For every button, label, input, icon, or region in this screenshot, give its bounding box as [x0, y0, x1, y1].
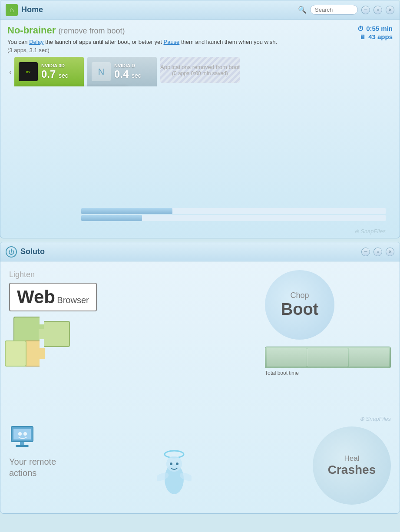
app-card-2-info: NVIDIA D 0.4 sec — [114, 63, 152, 80]
app-2-icon: N — [92, 62, 111, 81]
home-icon: ⌂ — [6, 4, 18, 16]
progress-bar-2 — [81, 215, 386, 221]
app-2-time: 0.4 sec — [114, 68, 152, 80]
snapfiles-logo-1: ⊕ SnapFiles — [354, 228, 386, 235]
heal-label: Heal — [344, 454, 360, 463]
browser-text: Browser — [57, 295, 89, 305]
boot-segment-1 — [267, 348, 307, 367]
home-panel: ⌂ Home 🔍 ─ ○ ✕ ⏱ 0:55 min 🖥 43 apps No-b… — [0, 0, 400, 238]
home-title: Home — [21, 5, 43, 14]
soluto-minimize-button[interactable]: ─ — [361, 248, 370, 256]
remote-section: Your remote actions — [9, 422, 56, 479]
heal-section: Heal Crashes — [313, 426, 391, 505]
app-2-name: NVIDIA D — [114, 63, 152, 68]
app-card-2-header: N NVIDIA D 0.4 sec — [87, 57, 157, 86]
soluto-restore-button[interactable]: ○ — [374, 248, 382, 256]
puzzle-piece-4 — [5, 340, 26, 367]
svg-point-8 — [23, 432, 27, 436]
svg-rect-6 — [16, 445, 29, 447]
web-browser-box: Web Browser — [9, 283, 97, 311]
soluto-titlebar: ⏻ Soluto ─ ○ ✕ — [0, 242, 400, 261]
app-card-1-header: nV NVIDIA 3D 0.7 sec — [14, 57, 84, 86]
removed-sub: (0 apps 0:00 min saved) — [172, 70, 228, 76]
soluto-icon: ⏻ — [6, 246, 17, 258]
boot-bar-label: Total boot time — [265, 370, 391, 376]
lighten-label: Lighten — [9, 270, 97, 279]
soluto-content: Lighten Web Browser Chop Boot — [0, 261, 400, 513]
stats-text: (3 apps, 3.1 sec) — [7, 47, 393, 53]
svg-rect-4 — [13, 429, 31, 439]
nvidia-icon: nV — [19, 62, 38, 81]
boot-segment-3 — [349, 348, 389, 367]
soluto-panel: ⏻ Soluto ─ ○ ✕ Lighten Web Browser — [0, 242, 400, 514]
titlebar-right: 🔍 ─ ○ ✕ — [298, 5, 394, 15]
angel-figure — [157, 446, 192, 500]
home-titlebar: ⌂ Home 🔍 ─ ○ ✕ — [0, 0, 400, 20]
nobrainer-main: No-brainer — [7, 25, 56, 36]
chop-section: Chop Boot Total boot time — [265, 270, 391, 376]
boot-text: Boot — [281, 300, 319, 319]
soluto-titlebar-left: ⏻ Soluto — [6, 246, 45, 258]
snapfiles-watermark-2: ⊕ SnapFiles — [360, 416, 391, 422]
svg-point-7 — [18, 432, 22, 436]
boot-bar-container: Total boot time — [265, 347, 391, 376]
clock-icon: ⏱ — [357, 25, 364, 32]
snapfiles-watermark-1: ⊕ SnapFiles — [7, 225, 393, 238]
puzzle-area — [9, 317, 87, 373]
apps-icon: 🖥 — [360, 33, 366, 40]
timer-display: ⏱ 0:55 min — [357, 25, 393, 32]
removed-area: Applications removed from boot (0 apps 0… — [160, 57, 240, 83]
nobrainer-heading: No-brainer (remove from boot) — [7, 25, 393, 36]
restore-button[interactable]: ○ — [374, 6, 382, 14]
lighten-section: Lighten Web Browser — [9, 270, 97, 373]
crashes-text: Crashes — [328, 463, 376, 477]
description-text: You can Delay the launch of apps until a… — [7, 39, 393, 45]
removed-label: Applications removed from boot — [160, 64, 240, 70]
close-button[interactable]: ✕ — [386, 6, 394, 14]
timer-value: 0:55 min — [366, 25, 393, 32]
minimize-button[interactable]: ─ — [361, 6, 370, 14]
angel-svg — [157, 446, 192, 499]
boot-segment-2 — [307, 348, 348, 367]
svg-point-13 — [176, 463, 179, 465]
search-icon: 🔍 — [298, 6, 307, 14]
pause-link[interactable]: Pause — [163, 39, 179, 45]
app-1-name: NVIDIA 3D — [41, 63, 79, 68]
nobrainer-subtitle: (remove from boot) — [58, 26, 125, 35]
remote-label: Your remote actions — [9, 456, 56, 479]
web-text: Web — [17, 287, 55, 307]
apps-count-display: 🖥 43 apps — [357, 33, 393, 40]
apps-scroll: nV NVIDIA 3D 0.7 sec NVIDIA Stereosco — [14, 57, 240, 86]
delay-link[interactable]: Delay — [29, 39, 43, 45]
search-input[interactable] — [310, 5, 358, 15]
svg-rect-5 — [20, 442, 24, 445]
app-1-time: 0.7 sec — [41, 68, 79, 80]
progress-bar-1 — [81, 208, 386, 214]
soluto-title: Soluto — [20, 247, 45, 256]
apps-count-value: 43 apps — [368, 33, 393, 40]
soluto-close-button[interactable]: ✕ — [386, 248, 394, 256]
chop-circle: Chop Boot — [265, 270, 334, 340]
titlebar-left: ⌂ Home — [6, 4, 43, 16]
app-card-1[interactable]: nV NVIDIA 3D 0.7 sec NVIDIA Stereosco — [14, 57, 84, 86]
heal-circle: Heal Crashes — [313, 426, 391, 505]
computer-icon — [9, 422, 40, 453]
soluto-titlebar-right: ─ ○ ✕ — [361, 248, 394, 256]
app-card-2[interactable]: N NVIDIA D 0.4 sec — [87, 57, 157, 86]
boot-bar — [265, 347, 391, 368]
svg-point-12 — [170, 463, 172, 465]
carousel-prev[interactable]: ‹ — [7, 67, 14, 77]
app-card-1-info: NVIDIA 3D 0.7 sec — [41, 63, 79, 80]
chop-label: Chop — [290, 291, 309, 300]
